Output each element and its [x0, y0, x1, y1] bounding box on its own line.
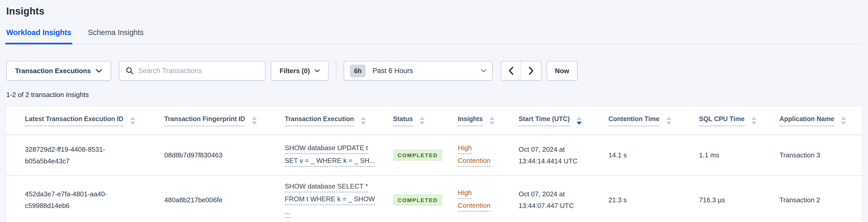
cell-text: Transaction 2 — [779, 194, 820, 206]
sort-icon — [751, 117, 757, 125]
cell-execution[interactable]: SHOW database UPDATE tSET v = _ WHERE k … — [285, 135, 393, 175]
next-range-button[interactable] — [521, 61, 541, 80]
transaction-execution-link[interactable]: SHOW database SELECT *FROM t WHERE k = _… — [285, 182, 375, 218]
sort-icon — [841, 117, 846, 125]
cell-contention-time: 21.3 s — [609, 176, 699, 222]
link-line[interactable]: Contention — [458, 156, 491, 167]
link-line[interactable]: High — [458, 189, 472, 199]
insight-link[interactable]: HighContention — [458, 189, 491, 212]
cell-text: 480a8b217be006fe — [164, 194, 222, 206]
table-header-row: Latest Transaction Execution IDTransacti… — [6, 106, 862, 135]
cell-fingerprint-id: 08d8b7d97f830463 — [164, 135, 285, 175]
column-header-execution[interactable]: Transaction Execution — [285, 106, 393, 135]
page-title: Insights — [6, 6, 862, 17]
status-badge: COMPLETED — [393, 194, 442, 206]
link-line[interactable]: High — [458, 144, 472, 154]
filters-button[interactable]: Filters (0) — [271, 61, 329, 81]
chevron-down-icon — [315, 69, 320, 73]
column-header-sql-cpu-time[interactable]: SQL CPU Time — [699, 106, 779, 135]
time-range-badge: 6h — [350, 65, 366, 77]
status-badge: COMPLETED — [393, 149, 442, 161]
toolbar: Transaction Executions Filters (0) 6h Pa… — [6, 61, 862, 81]
cell-insights[interactable]: HighContention — [458, 176, 519, 222]
column-header-insights[interactable]: Insights — [458, 106, 519, 135]
sort-icon — [252, 117, 257, 125]
chevron-right-icon — [528, 67, 534, 75]
column-header-app-name[interactable]: Application Name — [779, 106, 862, 135]
time-range-label: Past 6 Hours — [372, 67, 481, 75]
column-header-contention-time[interactable]: Contention Time — [609, 106, 699, 135]
chevron-left-icon — [508, 67, 514, 75]
cell-text: 716.3 µs — [699, 194, 725, 206]
table-row: 328729d2-ff19-4408-8531-b05a5b4e43c708d8… — [6, 135, 862, 176]
cell-contention-time: 14.1 s — [609, 135, 699, 175]
tab-workload-insights[interactable]: Workload Insights — [6, 28, 71, 43]
cell-text: 452da3e7-e7fa-4801-aa40-c59988d14eb6 — [25, 188, 107, 212]
link-line[interactable]: SET v = _ WHERE k = _ SH... — [285, 156, 375, 167]
sort-icon-descending-active — [577, 117, 582, 125]
column-header-start-time[interactable]: Start Time (UTC) — [519, 106, 609, 135]
cell-text: Oct 07, 2024 at13:44:14.4414 UTC — [519, 144, 578, 167]
cell-sql-cpu-time: 716.3 µs — [699, 176, 779, 222]
cell-app-name: Transaction 2 — [779, 176, 862, 222]
column-header-label: Status — [393, 115, 413, 126]
cell-execution[interactable]: SHOW database SELECT *FROM t WHERE k = _… — [285, 176, 393, 222]
link-line[interactable]: Contention — [458, 201, 491, 212]
search-icon — [126, 67, 134, 75]
sort-icon — [420, 117, 425, 125]
column-header-label: Transaction Fingerprint ID — [164, 115, 245, 126]
column-header-fingerprint-id[interactable]: Transaction Fingerprint ID — [164, 106, 285, 135]
search-box — [119, 61, 266, 81]
previous-range-button[interactable] — [501, 61, 521, 80]
sort-icon — [361, 117, 366, 125]
cell-insights[interactable]: HighContention — [458, 135, 519, 175]
table-body: 328729d2-ff19-4408-8531-b05a5b4e43c708d8… — [6, 135, 862, 222]
sort-icon — [666, 117, 672, 125]
results-summary: 1-2 of 2 transaction insights — [6, 91, 862, 99]
toolbar-divider — [336, 61, 336, 81]
now-button[interactable]: Now — [547, 61, 578, 81]
search-input[interactable] — [138, 67, 259, 75]
cell-fingerprint-id: 480a8b217be006fe — [164, 176, 285, 222]
time-range-picker[interactable]: 6h Past 6 Hours — [344, 61, 493, 81]
tab-schema-insights[interactable]: Schema Insights — [88, 28, 144, 43]
cell-status: COMPLETED — [393, 135, 458, 175]
cell-start-time: Oct 07, 2024 at13:44:14.4414 UTC — [519, 135, 609, 175]
link-line[interactable]: ... — [285, 208, 290, 218]
column-header-label: Application Name — [779, 115, 834, 126]
cell-text: Transaction 3 — [779, 149, 820, 161]
column-header-label: Transaction Execution — [285, 115, 354, 126]
link-line[interactable]: SHOW database SELECT * — [285, 182, 368, 192]
sort-icon — [490, 117, 495, 125]
transaction-execution-link[interactable]: SHOW database UPDATE tSET v = _ WHERE k … — [285, 144, 375, 167]
time-range-pager — [501, 61, 541, 81]
table-row: 452da3e7-e7fa-4801-aa40-c59988d14eb6480a… — [6, 176, 862, 222]
column-header-status[interactable]: Status — [393, 106, 458, 135]
column-header-execution-id[interactable]: Latest Transaction Execution ID — [25, 106, 164, 135]
tab-bar: Workload Insights Schema Insights — [6, 28, 862, 44]
insights-table-card: Latest Transaction Execution IDTransacti… — [6, 106, 862, 222]
cell-execution-id: 452da3e7-e7fa-4801-aa40-c59988d14eb6 — [25, 176, 164, 222]
cell-sql-cpu-time: 1.1 ms — [699, 135, 779, 175]
link-line[interactable]: SHOW database UPDATE t — [285, 144, 368, 154]
insights-page: Insights Workload Insights Schema Insigh… — [0, 0, 868, 222]
cell-text: Oct 07, 2024 at13:44:07.447 UTC — [519, 188, 574, 212]
link-line[interactable]: FROM t WHERE k = _ SHOW — [285, 195, 375, 205]
chevron-down-icon — [95, 69, 102, 73]
cell-text: 08d8b7d97f830463 — [164, 149, 222, 161]
cell-start-time: Oct 07, 2024 at13:44:07.447 UTC — [519, 176, 609, 222]
insight-link[interactable]: HighContention — [458, 144, 491, 167]
cell-status: COMPLETED — [393, 176, 458, 222]
column-header-label: Latest Transaction Execution ID — [25, 115, 123, 126]
report-type-label: Transaction Executions — [15, 67, 91, 75]
cell-execution-id: 328729d2-ff19-4408-8531-b05a5b4e43c7 — [25, 135, 164, 175]
cell-text: 328729d2-ff19-4408-8531-b05a5b4e43c7 — [25, 144, 105, 167]
column-header-label: Insights — [458, 115, 483, 126]
column-header-label: Start Time (UTC) — [519, 115, 570, 126]
cell-text: 1.1 ms — [699, 149, 719, 161]
cell-text: 21.3 s — [609, 194, 627, 206]
report-type-dropdown[interactable]: Transaction Executions — [6, 61, 111, 81]
column-header-label: SQL CPU Time — [699, 115, 745, 126]
sort-icon — [130, 117, 135, 125]
cell-app-name: Transaction 3 — [779, 135, 862, 175]
